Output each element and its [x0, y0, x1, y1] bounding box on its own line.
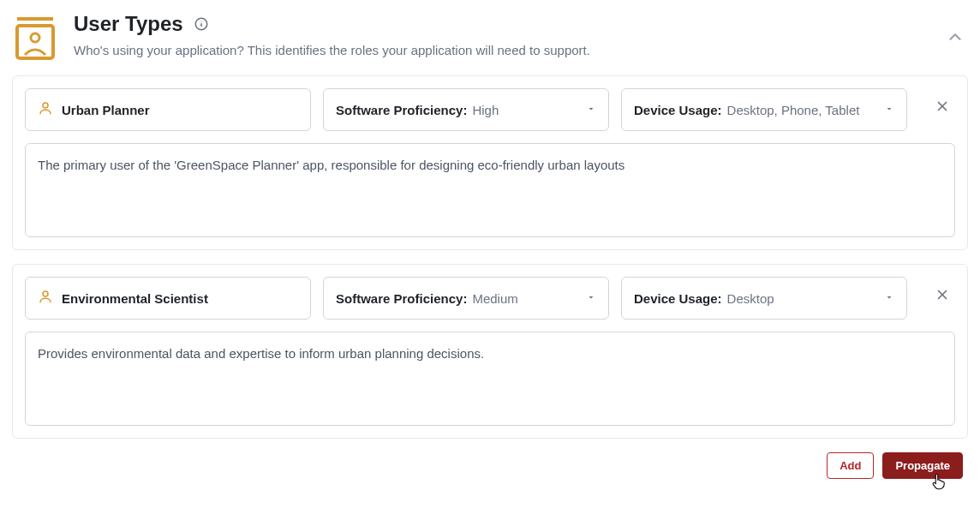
user-type-card: Environmental Scientist Software Profici…	[12, 264, 968, 439]
collapse-section-button[interactable]	[946, 27, 965, 50]
device-usage-select[interactable]: Device Usage: Desktop, Phone, Tablet	[621, 88, 907, 131]
svg-point-2	[31, 33, 39, 42]
user-type-name: Urban Planner	[62, 103, 150, 117]
device-usage-value: Desktop	[727, 291, 774, 306]
user-type-description[interactable]: Provides environmental data and expertis…	[25, 332, 955, 426]
remove-user-type-button[interactable]	[935, 287, 950, 306]
software-proficiency-value: Medium	[472, 291, 517, 306]
svg-point-6	[43, 103, 48, 108]
action-bar: Add Propagate	[12, 452, 968, 479]
remove-user-type-button[interactable]	[935, 99, 950, 117]
device-usage-select[interactable]: Device Usage: Desktop	[621, 277, 907, 320]
person-icon	[38, 100, 53, 119]
svg-rect-0	[17, 17, 53, 21]
chevron-down-icon	[884, 290, 894, 306]
chevron-down-icon	[586, 102, 596, 117]
section-header: User Types Who's using your application?…	[12, 12, 968, 58]
page-title: User Types	[74, 12, 183, 36]
user-type-card: Urban Planner Software Proficiency: High…	[12, 75, 968, 250]
device-usage-value: Desktop, Phone, Tablet	[727, 103, 860, 117]
user-card-icon	[12, 12, 58, 58]
software-proficiency-value: High	[472, 103, 499, 117]
chevron-down-icon	[586, 290, 596, 306]
user-type-name-field[interactable]: Urban Planner	[25, 88, 311, 131]
svg-point-9	[43, 291, 48, 296]
software-proficiency-label: Software Proficiency:	[336, 291, 467, 306]
user-type-name-field[interactable]: Environmental Scientist	[25, 277, 311, 320]
info-icon[interactable]	[194, 16, 209, 32]
user-type-name: Environmental Scientist	[62, 291, 208, 306]
add-button[interactable]: Add	[827, 452, 874, 479]
svg-point-5	[200, 21, 201, 21]
page-subtitle: Who's using your application? This ident…	[74, 43, 968, 57]
user-type-description[interactable]: The primary user of the 'GreenSpace Plan…	[25, 143, 955, 237]
propagate-button[interactable]: Propagate	[882, 452, 963, 479]
device-usage-label: Device Usage:	[634, 291, 722, 306]
chevron-down-icon	[884, 102, 894, 117]
software-proficiency-select[interactable]: Software Proficiency: Medium	[323, 277, 609, 320]
device-usage-label: Device Usage:	[634, 103, 722, 117]
software-proficiency-label: Software Proficiency:	[336, 103, 467, 117]
software-proficiency-select[interactable]: Software Proficiency: High	[323, 88, 609, 131]
person-icon	[38, 289, 53, 308]
